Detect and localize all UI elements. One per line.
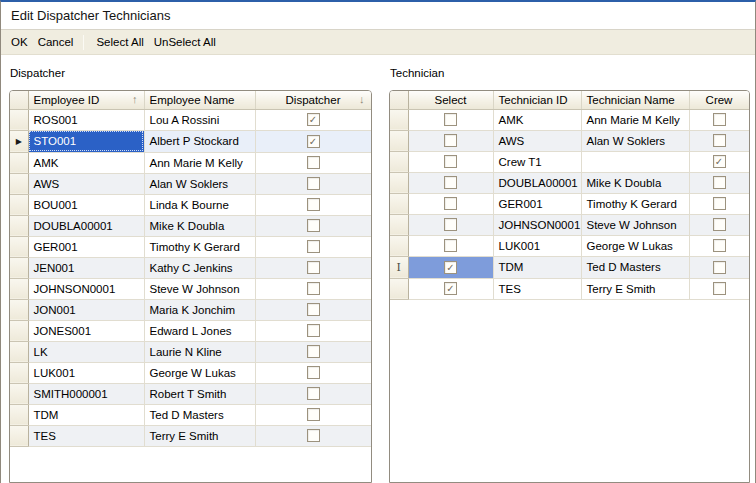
cell-dispatcher[interactable]	[255, 341, 371, 362]
row-indicator[interactable]	[10, 173, 28, 194]
cell-name[interactable]: Mike K Doubla	[581, 172, 689, 193]
column-header-name[interactable]: Employee Name	[144, 91, 255, 109]
cell-dispatcher[interactable]	[255, 194, 371, 215]
cell-dispatcher[interactable]: ✓	[255, 130, 371, 152]
cell-name[interactable]: Albert P Stockard	[144, 130, 255, 152]
row-indicator[interactable]	[10, 299, 28, 320]
cell-name[interactable]: Kathy C Jenkins	[144, 257, 255, 278]
cell-id[interactable]: GER001	[493, 193, 581, 214]
dispatcher-checkbox[interactable]	[307, 282, 320, 295]
row-indicator[interactable]	[390, 130, 408, 151]
cell-crew[interactable]	[689, 214, 749, 235]
cell-id[interactable]: TES	[28, 425, 144, 446]
cell-name[interactable]: Timothy K Gerard	[581, 193, 689, 214]
dispatcher-checkbox[interactable]	[307, 303, 320, 316]
select-checkbox[interactable]	[444, 218, 457, 231]
cell-id[interactable]: JON001	[28, 299, 144, 320]
dispatcher-checkbox[interactable]	[307, 345, 320, 358]
select-checkbox[interactable]	[444, 113, 457, 126]
cell-name[interactable]: Alan W Soklers	[581, 130, 689, 151]
dispatcher-checkbox[interactable]	[307, 429, 320, 442]
cell-name[interactable]: Timothy K Gerard	[144, 236, 255, 257]
row-indicator[interactable]	[10, 152, 28, 173]
crew-checkbox[interactable]	[713, 197, 726, 210]
cell-name[interactable]: Robert T Smith	[144, 383, 255, 404]
cell-id[interactable]: AWS	[28, 173, 144, 194]
cell-id[interactable]: GER001	[28, 236, 144, 257]
cell-dispatcher[interactable]	[255, 152, 371, 173]
cell-name[interactable]: Ted D Masters	[581, 256, 689, 278]
cell-select[interactable]	[408, 130, 493, 151]
cell-select[interactable]	[408, 235, 493, 256]
row-indicator[interactable]	[390, 193, 408, 214]
crew-checkbox[interactable]	[713, 239, 726, 252]
cell-select[interactable]	[408, 172, 493, 193]
cell-crew[interactable]	[689, 109, 749, 130]
dispatcher-checkbox[interactable]	[307, 366, 320, 379]
row-indicator[interactable]	[390, 214, 408, 235]
select-checkbox[interactable]: ✓	[444, 261, 457, 274]
cell-crew[interactable]	[689, 256, 749, 278]
cell-name[interactable]: Lou A Rossini	[144, 109, 255, 130]
row-indicator[interactable]	[10, 320, 28, 341]
row-indicator[interactable]: ▶	[10, 130, 28, 152]
crew-checkbox[interactable]	[713, 134, 726, 147]
cell-crew[interactable]	[689, 130, 749, 151]
cell-dispatcher[interactable]	[255, 215, 371, 236]
cell-id[interactable]: BOU001	[28, 194, 144, 215]
crew-checkbox[interactable]	[713, 261, 726, 274]
cell-name[interactable]: Ted D Masters	[144, 404, 255, 425]
row-indicator[interactable]	[390, 172, 408, 193]
select-checkbox[interactable]: ✓	[444, 282, 457, 295]
cell-id[interactable]: JONES001	[28, 320, 144, 341]
cell-name[interactable]: Laurie N Kline	[144, 341, 255, 362]
select-checkbox[interactable]	[444, 176, 457, 189]
cell-dispatcher[interactable]	[255, 278, 371, 299]
cell-id[interactable]: Crew T1	[493, 151, 581, 172]
dispatcher-checkbox[interactable]	[307, 198, 320, 211]
dispatcher-checkbox[interactable]	[307, 219, 320, 232]
column-header-id[interactable]: Technician ID	[493, 91, 581, 109]
cell-name[interactable]: Terry E Smith	[144, 425, 255, 446]
cell-dispatcher[interactable]	[255, 236, 371, 257]
column-header-dispatcher[interactable]: Dispatcher↓	[255, 91, 371, 109]
grid-corner-cell[interactable]	[10, 91, 28, 109]
cell-name[interactable]: Linda K Bourne	[144, 194, 255, 215]
select-checkbox[interactable]	[444, 134, 457, 147]
dispatcher-checkbox[interactable]	[307, 261, 320, 274]
dispatcher-checkbox[interactable]	[307, 177, 320, 190]
cell-select[interactable]	[408, 193, 493, 214]
cell-id[interactable]: LK	[28, 341, 144, 362]
select-checkbox[interactable]	[444, 197, 457, 210]
cell-id[interactable]: AMK	[28, 152, 144, 173]
cell-id[interactable]: JOHNSON0001	[493, 214, 581, 235]
select-checkbox[interactable]	[444, 239, 457, 252]
row-indicator[interactable]	[10, 362, 28, 383]
cell-id[interactable]: STO001	[28, 130, 144, 152]
grid-corner-cell[interactable]	[390, 91, 408, 109]
column-header-crew[interactable]: Crew	[689, 91, 749, 109]
cell-name[interactable]: Ann Marie M Kelly	[581, 109, 689, 130]
cell-name[interactable]: Edward L Jones	[144, 320, 255, 341]
cell-dispatcher[interactable]	[255, 404, 371, 425]
cell-name[interactable]: Mike K Doubla	[144, 215, 255, 236]
cell-crew[interactable]	[689, 172, 749, 193]
row-indicator[interactable]	[10, 404, 28, 425]
row-indicator[interactable]: I	[390, 256, 408, 278]
dispatcher-checkbox[interactable]	[307, 240, 320, 253]
column-header-name[interactable]: Technician Name	[581, 91, 689, 109]
cell-id[interactable]: TES	[493, 278, 581, 299]
cell-id[interactable]: TDM	[493, 256, 581, 278]
unselect-all-button[interactable]: UnSelect All	[149, 34, 221, 50]
cell-id[interactable]: LUK001	[28, 362, 144, 383]
cell-select[interactable]: ✓	[408, 256, 493, 278]
dispatcher-checkbox[interactable]	[307, 324, 320, 337]
cell-name[interactable]: Terry E Smith	[581, 278, 689, 299]
cell-id[interactable]: JEN001	[28, 257, 144, 278]
select-checkbox[interactable]	[444, 155, 457, 168]
row-indicator[interactable]	[10, 236, 28, 257]
dispatcher-checkbox[interactable]: ✓	[307, 113, 320, 126]
column-header-id[interactable]: Employee ID↑	[28, 91, 144, 109]
row-indicator[interactable]	[390, 235, 408, 256]
crew-checkbox[interactable]	[713, 176, 726, 189]
